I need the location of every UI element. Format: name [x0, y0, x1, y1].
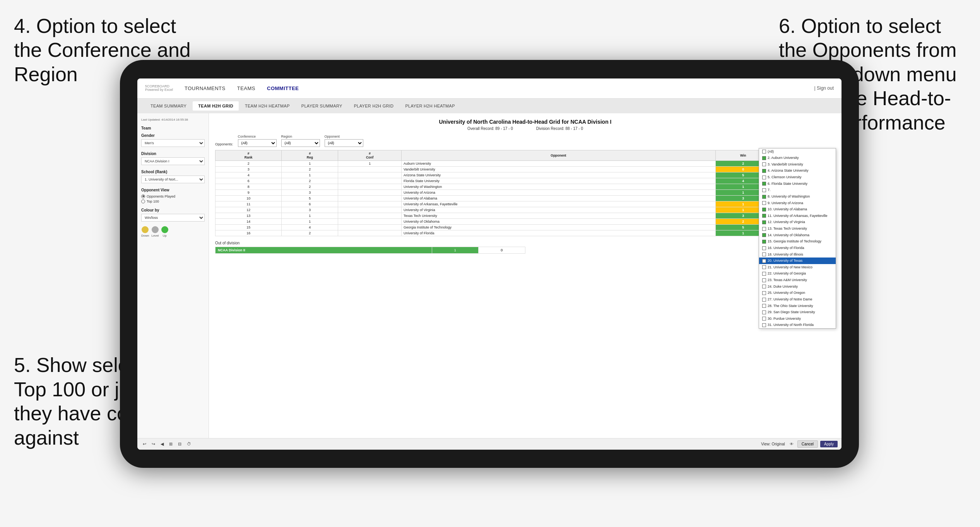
opponent-dropdown[interactable]: (All)2. Auburn University3. Vanderbilt U…: [759, 148, 836, 329]
radio-top-100[interactable]: Top 100: [141, 200, 205, 203]
toolbar-clock[interactable]: ⏱: [185, 441, 193, 447]
cell-opponent: University of Washington: [401, 184, 715, 189]
cell-conf: [338, 178, 402, 184]
dropdown-checkbox: [762, 233, 766, 237]
conference-label: Conference: [238, 135, 277, 138]
dropdown-item[interactable]: 10. University of Alabama: [759, 206, 836, 213]
table-row: 3 2 Vanderbilt University 0 4: [215, 166, 835, 172]
dropdown-item[interactable]: (All): [759, 148, 836, 155]
dropdown-item[interactable]: 6. Florida State University: [759, 181, 836, 187]
cell-conf: [338, 230, 402, 236]
nav-committee[interactable]: COMMITTEE: [267, 84, 299, 93]
colour-select[interactable]: Win/loss: [141, 214, 205, 222]
dropdown-checkbox: [762, 285, 766, 288]
gender-select[interactable]: Men's: [141, 139, 205, 147]
dropdown-checkbox: [762, 259, 766, 263]
dropdown-item[interactable]: 9. University of Arizona: [759, 200, 836, 206]
dropdown-checkbox: [762, 208, 766, 211]
region-select[interactable]: (All): [281, 139, 320, 147]
dropdown-item[interactable]: 3. Vanderbilt University: [759, 161, 836, 168]
nav-tournaments[interactable]: TOURNAMENTS: [185, 84, 226, 93]
conference-select[interactable]: (All): [238, 139, 277, 147]
toolbar-redo[interactable]: ↪: [150, 441, 157, 447]
dropdown-item[interactable]: 25. University of Oregon: [759, 290, 836, 296]
division-select[interactable]: NCAA Division I: [141, 157, 205, 165]
toolbar-undo[interactable]: ↩: [141, 441, 148, 447]
cell-reg: 4: [282, 224, 338, 230]
dropdown-item[interactable]: 28. The Ohio State University: [759, 303, 836, 309]
table-row: 6 2 Florida State University 4 2: [215, 178, 835, 184]
dropdown-item[interactable]: 21. University of New Mexico: [759, 264, 836, 271]
dropdown-item[interactable]: 29. San Diego State University: [759, 309, 836, 316]
out-div-loss: 0: [479, 247, 525, 253]
dropdown-checkbox: [762, 156, 766, 160]
cell-reg: 1: [282, 160, 338, 166]
out-of-div-table: NCAA Division II 1 0: [215, 247, 525, 254]
radio-opponents-played[interactable]: Opponents Played: [141, 194, 205, 198]
col-opponent: Opponent: [401, 150, 715, 160]
apply-button[interactable]: Apply: [820, 441, 838, 447]
dropdown-item[interactable]: 31. University of North Florida: [759, 322, 836, 328]
conference-filter-group: Conference (All): [238, 135, 277, 147]
table-row: 10 5 University of Alabama 3 0: [215, 195, 835, 201]
record-row: Overall Record: 89 - 17 - 0 Division Rec…: [215, 126, 835, 131]
dropdown-item[interactable]: 13. Texas Tech University: [759, 225, 836, 232]
colour-dot-level: Level: [151, 226, 159, 237]
dropdown-item[interactable]: 7.: [759, 187, 836, 193]
dropdown-item[interactable]: 20. University of Texas: [759, 258, 836, 264]
dot-down: [142, 226, 149, 233]
nav-teams[interactable]: TEAMS: [237, 84, 255, 93]
cancel-button[interactable]: Cancel: [797, 440, 818, 448]
dropdown-checkbox: [762, 252, 766, 256]
opponent-select[interactable]: (All): [325, 139, 363, 147]
data-table: #Rank #Reg #Conf Opponent Win Loss 2 1 1…: [215, 150, 835, 236]
subnav-player-summary[interactable]: PLAYER SUMMARY: [296, 101, 348, 111]
dropdown-item[interactable]: 30. Purdue University: [759, 316, 836, 322]
subnav-player-h2h-grid[interactable]: PLAYER H2H GRID: [349, 101, 399, 111]
subnav-team-h2h-grid[interactable]: TEAM H2H GRID: [193, 101, 239, 111]
view-label: View: Original: [761, 442, 785, 446]
dropdown-item[interactable]: 24. Duke University: [759, 283, 836, 290]
cell-reg: 1: [282, 213, 338, 218]
overall-record: Overall Record: 89 - 17 - 0: [467, 126, 513, 131]
nav-sign-out[interactable]: | Sign out: [814, 85, 834, 91]
dropdown-item[interactable]: 14. University of Oklahoma: [759, 232, 836, 239]
cell-opponent: University of Virginia: [401, 207, 715, 213]
dropdown-item[interactable]: 18. University of Illinois: [759, 251, 836, 258]
toolbar-paste[interactable]: ⊟: [176, 441, 183, 447]
toolbar-back[interactable]: ◀: [159, 441, 165, 447]
subnav-team-summary[interactable]: TEAM SUMMARY: [145, 101, 192, 111]
dropdown-item[interactable]: 15. Georgia Institute of Technology: [759, 238, 836, 245]
school-select[interactable]: 1. University of Nort...: [141, 176, 205, 183]
cell-reg: 2: [282, 166, 338, 172]
dropdown-item[interactable]: 27. University of Notre Dame: [759, 296, 836, 303]
dropdown-checkbox: [762, 182, 766, 186]
cell-rank: 2: [215, 160, 282, 166]
table-row: 13 1 Texas Tech University 3 0: [215, 213, 835, 218]
dropdown-item[interactable]: 5. Clemson University: [759, 174, 836, 181]
toolbar-copy[interactable]: ⊞: [168, 441, 174, 447]
colour-dot-up: Up: [161, 226, 168, 237]
cell-opponent: University of Oklahoma: [401, 218, 715, 224]
table-row: 14 1 University of Oklahoma 2 2: [215, 218, 835, 224]
dropdown-item[interactable]: 4. Arizona State University: [759, 167, 836, 174]
cell-rank: 16: [215, 230, 282, 236]
cell-rank: 8: [215, 184, 282, 189]
cell-rank: 10: [215, 195, 282, 201]
dropdown-item[interactable]: 12. University of Virginia: [759, 219, 836, 225]
opponent-view-label: Opponent View: [141, 188, 205, 192]
dropdown-item[interactable]: 16. University of Florida: [759, 245, 836, 251]
tablet-screen: 5COREBOARD Powered by Excel TOURNAMENTS …: [137, 78, 841, 450]
cell-conf: [338, 189, 402, 195]
subnav-player-h2h-heatmap[interactable]: PLAYER H2H HEATMAP: [400, 101, 460, 111]
dropdown-item[interactable]: 11. University of Arkansas, Fayetteville: [759, 213, 836, 219]
cell-reg: 1: [282, 172, 338, 178]
cell-reg: 3: [282, 207, 338, 213]
region-label: Region: [281, 135, 320, 138]
subnav-team-h2h-heatmap[interactable]: TEAM H2H HEATMAP: [239, 101, 295, 111]
dropdown-checkbox: [762, 176, 766, 179]
dropdown-item[interactable]: 23. Texas A&M University: [759, 277, 836, 283]
dropdown-item[interactable]: 2. Auburn University: [759, 155, 836, 161]
dropdown-item[interactable]: 8. University of Washington: [759, 193, 836, 200]
dropdown-item[interactable]: 22. University of Georgia: [759, 270, 836, 277]
